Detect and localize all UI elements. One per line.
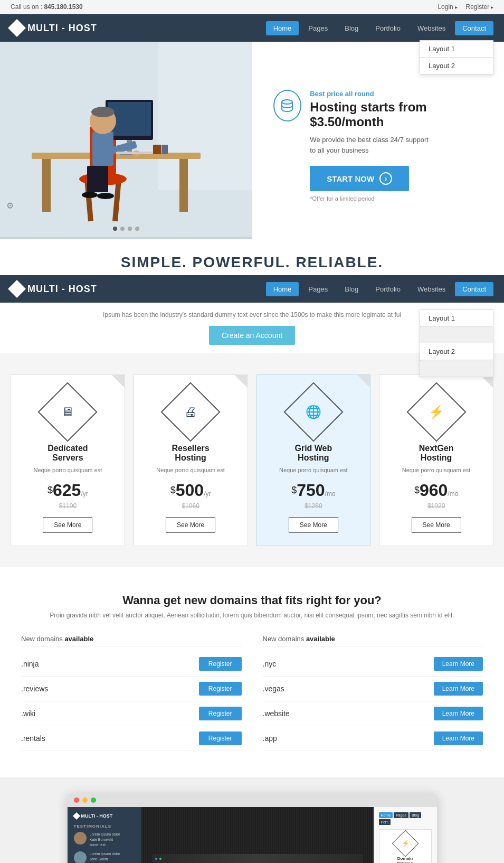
dropdown-layout1-2[interactable]: Layout 1 xyxy=(420,310,493,326)
svg-rect-3 xyxy=(42,159,51,212)
service-desc-2: Neque porro quisquam est xyxy=(268,467,360,473)
service-name-3: NextGenHosting xyxy=(390,444,482,463)
domains-title: Wanna get new domains that fits right fo… xyxy=(21,594,483,607)
domain-ext-ninja: .ninja xyxy=(21,660,39,668)
dot-4 xyxy=(135,227,139,231)
brand-1: MULTI - HOST xyxy=(11,22,266,34)
domains-left-col: New domains available .ninja Register .r… xyxy=(21,635,242,751)
domain-row-ninja: .ninja Register xyxy=(21,652,242,677)
see-more-button-0[interactable]: See More xyxy=(43,517,92,533)
service-old-price-2: $1280 xyxy=(268,502,360,510)
service-icon-grid: 🌐 xyxy=(283,382,343,442)
browser-mockup: MULTI - HOST TESTIMONIALS Lorem ipsum do… xyxy=(68,793,437,863)
hero-dots xyxy=(113,227,139,231)
services-grid: 🖥 DedicatedServers Neque porro quisquam … xyxy=(11,374,493,546)
nav-blog-1[interactable]: Blog xyxy=(337,21,366,35)
register-wiki-button[interactable]: Register xyxy=(199,707,242,720)
top-bar-right: Login Register xyxy=(438,3,493,11)
service-desc-0: Neque porro quisquam est xyxy=(22,467,114,473)
dropdown-layout2-1[interactable]: Layout 2 xyxy=(420,58,493,74)
see-more-button-3[interactable]: See More xyxy=(412,517,461,533)
register-ninja-button[interactable]: Register xyxy=(199,657,242,671)
settings-gear-icon[interactable]: ⚙ xyxy=(6,201,14,211)
browser-dot-yellow xyxy=(82,798,88,803)
section-tagline: SIMPLE. POWERFUL. RELIABLE. xyxy=(0,239,504,275)
domain-row-reviews: .reviews Register xyxy=(21,677,242,701)
learn-nyc-button[interactable]: Learn More xyxy=(434,657,483,671)
top-bar: Call us on : 845.180.1530 Login Register xyxy=(0,0,504,14)
server-background xyxy=(141,807,374,863)
domain-row-nyc: .nyc Learn More xyxy=(263,652,483,677)
brand-name-1: MULTI - HOST xyxy=(27,23,97,34)
svg-rect-21 xyxy=(87,166,108,192)
nav-dropdown-1: Layout 1 Layout 2 xyxy=(420,40,493,74)
svg-rect-4 xyxy=(179,159,188,212)
nav-home-1[interactable]: Home xyxy=(266,21,299,35)
domain-ext-rentals: .rentals xyxy=(21,734,45,743)
testimonial-text-1: Lorem ipsum dolorKate Borowskisome text xyxy=(90,832,120,847)
nav-portfolio-2[interactable]: Portfolio xyxy=(368,282,408,296)
dropdown-layout1-1[interactable]: Layout 1 xyxy=(420,41,493,57)
mini-diamond-icon xyxy=(72,812,80,820)
nav-links-1: Home Pages Blog Portfolio Websites Conta… xyxy=(266,21,493,35)
nav-home-2[interactable]: Home xyxy=(266,282,299,296)
domain-col-header-left: New domains available xyxy=(21,635,242,646)
learn-app-button[interactable]: Learn More xyxy=(434,731,483,745)
start-now-button[interactable]: START NOW › xyxy=(310,166,409,191)
brand-diamond-icon xyxy=(8,19,26,37)
dot-3 xyxy=(128,227,132,231)
browser-main: The best for your business PREMIUM HOSTI… xyxy=(141,807,374,863)
learn-vegas-button[interactable]: Learn More xyxy=(434,682,483,696)
domain-promo-card: ⚡ DomainPromos NextGen Hosting $1920 $96… xyxy=(379,829,432,863)
domain-promo-diamond-icon: ⚡ xyxy=(392,830,419,857)
learn-website-button[interactable]: Learn More xyxy=(434,707,483,720)
nav-pages-2[interactable]: Pages xyxy=(301,282,335,296)
start-arrow-icon: › xyxy=(379,172,392,185)
card-corner-4 xyxy=(480,375,493,388)
register-link[interactable]: Register xyxy=(466,3,493,11)
see-more-button-1[interactable]: See More xyxy=(166,517,215,533)
svg-point-23 xyxy=(97,193,114,199)
svg-rect-18 xyxy=(116,152,158,154)
service-icon-nextgen: ⚡ xyxy=(406,382,466,442)
card-corner-1 xyxy=(112,375,125,388)
create-account-button[interactable]: Create an Account xyxy=(209,326,295,345)
browser-sidebar: MULTI - HOST TESTIMONIALS Lorem ipsum do… xyxy=(68,807,141,863)
preview-section: MULTI - HOST TESTIMONIALS Lorem ipsum do… xyxy=(0,777,504,863)
domain-ext-app: .app xyxy=(263,734,277,743)
nav-contact-1[interactable]: Contact xyxy=(455,21,493,35)
domain-row-rentals: .rentals Register xyxy=(21,726,242,751)
svg-rect-1 xyxy=(158,42,252,190)
nav-websites-1[interactable]: Websites xyxy=(410,21,453,35)
hero-image xyxy=(0,42,252,239)
brand-name-2: MULTI - HOST xyxy=(27,284,97,295)
domain-ext-wiki: .wiki xyxy=(21,709,35,718)
nav-portfolio-1[interactable]: Portfolio xyxy=(368,21,408,35)
see-more-button-2[interactable]: See More xyxy=(289,517,338,533)
hero-icon xyxy=(273,90,302,121)
browser-bar xyxy=(68,793,437,807)
svg-point-24 xyxy=(282,100,292,104)
register-rentals-button[interactable]: Register xyxy=(199,731,242,745)
browser-content: MULTI - HOST TESTIMONIALS Lorem ipsum do… xyxy=(68,807,437,863)
domain-col-header-right: New domains available xyxy=(263,635,483,646)
mini-nav-pages: Pages xyxy=(394,812,408,818)
nav-websites-2[interactable]: Websites xyxy=(410,282,453,296)
nav-links-2: Home Pages Blog Portfolio Websites Conta… xyxy=(266,282,493,296)
svg-rect-19 xyxy=(153,145,161,154)
domains-section: Wanna get new domains that fits right fo… xyxy=(0,567,504,777)
register-reviews-button[interactable]: Register xyxy=(199,682,242,696)
service-old-price-0: $1100 xyxy=(22,502,114,510)
mini-nav-port: Port. xyxy=(379,819,391,825)
nav-blog-2[interactable]: Blog xyxy=(337,282,366,296)
brand-2: MULTI - HOST xyxy=(11,283,266,295)
nav-contact-2[interactable]: Contact xyxy=(455,282,493,296)
server-row-1 xyxy=(152,854,363,864)
domains-right-col: New domains available .nyc Learn More .v… xyxy=(263,635,483,751)
login-link[interactable]: Login xyxy=(438,3,457,11)
testimonial-2: Lorem ipsum dolorJohn Smithsome text xyxy=(74,851,135,863)
nav-pages-1[interactable]: Pages xyxy=(301,21,335,35)
browser-right-panel: Home Pages Blog Port. ⚡ DomainPromos Nex… xyxy=(374,807,437,863)
service-price-3: $960/mo xyxy=(390,481,482,500)
dropdown-layout2-2[interactable]: Layout 2 xyxy=(420,343,493,360)
